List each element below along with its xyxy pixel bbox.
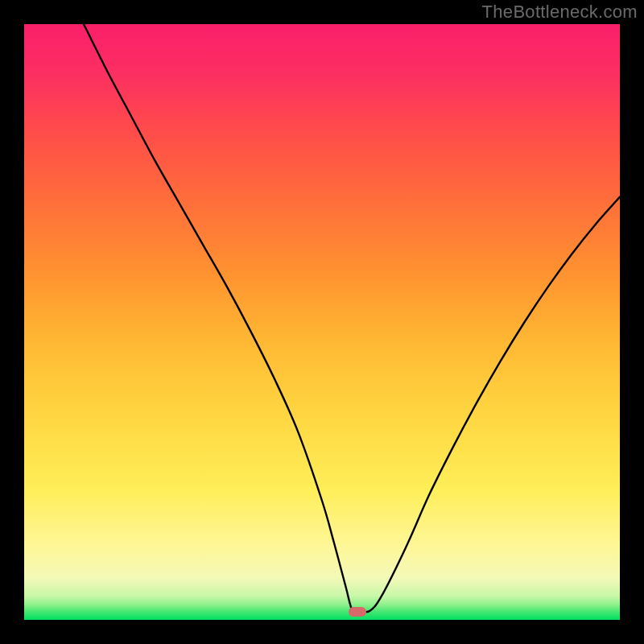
min-marker: [349, 607, 366, 617]
gradient-background: [24, 24, 620, 620]
watermark-text: TheBottleneck.com: [482, 2, 638, 23]
plot-area: [24, 24, 620, 620]
chart-frame: TheBottleneck.com: [0, 0, 644, 644]
